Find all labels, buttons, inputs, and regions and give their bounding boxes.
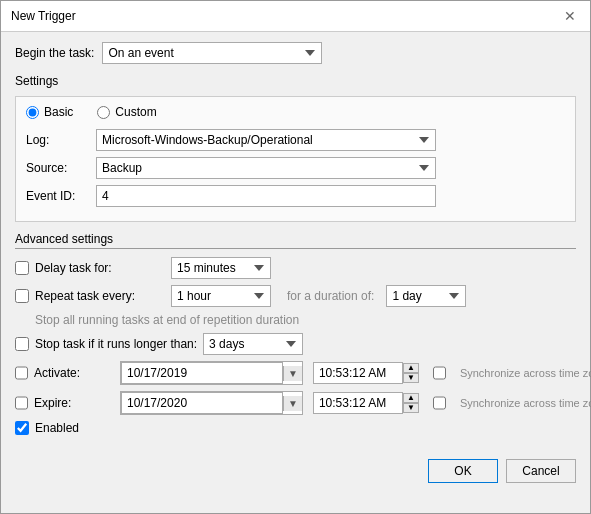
stop-longer-row: Stop task if it runs longer than: 3 days [15,333,576,355]
activate-time-spinner: ▲ ▼ [403,363,419,383]
activate-date-arrow[interactable]: ▼ [283,366,302,381]
expire-time-spinner: ▲ ▼ [403,393,419,413]
stop-all-row: Stop all running tasks at end of repetit… [35,313,576,327]
repeat-label: Repeat task every: [35,289,165,303]
enabled-label: Enabled [35,421,79,435]
cancel-button[interactable]: Cancel [506,459,576,483]
activate-date-wrapper: ▼ [120,361,303,385]
stop-longer-select[interactable]: 3 days [203,333,303,355]
sync-expire-checkbox[interactable] [433,396,446,410]
event-id-input[interactable] [96,185,436,207]
enabled-checkbox[interactable] [15,421,29,435]
expire-checkbox[interactable] [15,396,28,410]
expire-label: Expire: [34,396,114,410]
log-label: Log: [26,133,96,147]
sync-activate-checkbox[interactable] [433,366,446,380]
advanced-section: Advanced settings Delay task for: 15 min… [15,232,576,435]
repeat-row: Repeat task every: 1 hour for a duration… [15,285,576,307]
delay-checkbox[interactable] [15,261,29,275]
activate-time-up[interactable]: ▲ [403,363,419,373]
basic-label: Basic [44,105,73,119]
log-select[interactable]: Microsoft-Windows-Backup/Operational [96,129,436,151]
activate-label: Activate: [34,366,114,380]
activate-checkbox[interactable] [15,366,28,380]
title-bar: New Trigger ✕ [1,1,590,32]
settings-group: Basic Custom Log: Microsoft-Windows-Back… [15,96,576,222]
duration-select[interactable]: 1 day [386,285,466,307]
custom-radio[interactable] [97,106,110,119]
settings-label: Settings [15,74,576,88]
source-row: Source: Backup [26,157,565,179]
expire-time-input[interactable] [313,392,403,414]
expire-date-arrow[interactable]: ▼ [283,396,302,411]
expire-date-input[interactable] [121,392,283,414]
expire-date-wrapper: ▼ [120,391,303,415]
expire-time-group: ▲ ▼ [313,392,419,414]
delay-row: Delay task for: 15 minutes [15,257,576,279]
stop-longer-label: Stop task if it runs longer than: [35,337,197,351]
sync-activate-label: Synchronize across time zones [460,367,591,379]
new-trigger-dialog: New Trigger ✕ Begin the task: On an even… [0,0,591,514]
stop-longer-checkbox[interactable] [15,337,29,351]
dialog-body: Begin the task: On an event Settings Bas… [1,32,590,445]
expire-time-up[interactable]: ▲ [403,393,419,403]
settings-section: Settings Basic Custom Log: [15,74,576,222]
repeat-checkbox[interactable] [15,289,29,303]
repeat-select[interactable]: 1 hour [171,285,271,307]
begin-task-row: Begin the task: On an event [15,42,576,64]
dialog-title: New Trigger [11,9,76,23]
activate-time-group: ▲ ▼ [313,362,419,384]
log-row: Log: Microsoft-Windows-Backup/Operationa… [26,129,565,151]
stop-all-label: Stop all running tasks at end of repetit… [35,313,299,327]
expire-time-down[interactable]: ▼ [403,403,419,413]
activate-row: Activate: ▼ ▲ ▼ Synchronize across time … [15,361,576,385]
ok-button[interactable]: OK [428,459,498,483]
advanced-title: Advanced settings [15,232,576,249]
close-button[interactable]: ✕ [560,9,580,23]
begin-task-select[interactable]: On an event [102,42,322,64]
sync-expire-label: Synchronize across time zones [460,397,591,409]
activate-date-input[interactable] [121,362,283,384]
enabled-row: Enabled [15,421,576,435]
delay-label: Delay task for: [35,261,165,275]
basic-radio-label[interactable]: Basic [26,105,73,119]
begin-task-label: Begin the task: [15,46,94,60]
radio-row: Basic Custom [26,105,565,119]
source-label: Source: [26,161,96,175]
for-duration-label: for a duration of: [287,289,374,303]
footer: OK Cancel [1,449,590,493]
event-id-row: Event ID: [26,185,565,207]
source-select[interactable]: Backup [96,157,436,179]
basic-radio[interactable] [26,106,39,119]
delay-select[interactable]: 15 minutes [171,257,271,279]
custom-label: Custom [115,105,156,119]
activate-time-down[interactable]: ▼ [403,373,419,383]
expire-row: Expire: ▼ ▲ ▼ Synchronize across time zo… [15,391,576,415]
event-id-label: Event ID: [26,189,96,203]
custom-radio-label[interactable]: Custom [97,105,156,119]
activate-time-input[interactable] [313,362,403,384]
